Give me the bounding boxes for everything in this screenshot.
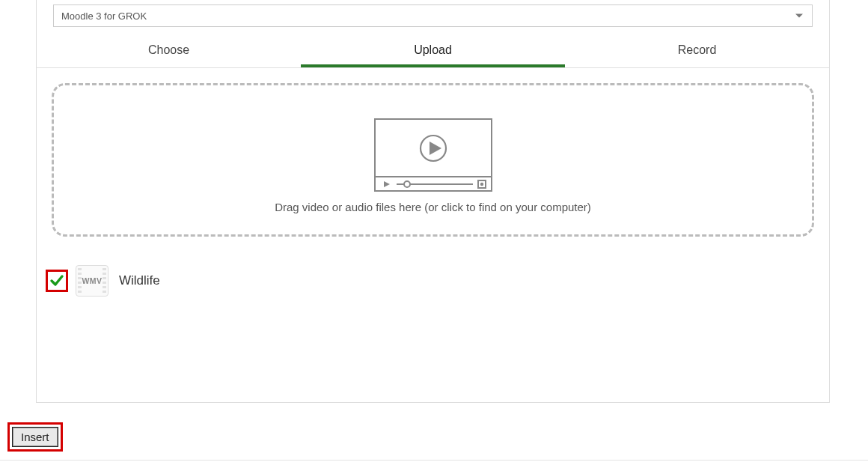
course-dropdown[interactable]: Moodle 3 for GROK: [53, 4, 813, 27]
tab-record[interactable]: Record: [565, 34, 829, 67]
svg-marker-3: [430, 142, 441, 155]
dropzone-hint: Drag video or audio files here (or click…: [275, 201, 591, 213]
tab-choose[interactable]: Choose: [37, 34, 301, 67]
file-name: Wildlife: [119, 273, 160, 288]
main-panel: Moodle 3 for GROK Choose Upload Record D…: [36, 0, 830, 403]
tabs: Choose Upload Record: [37, 34, 829, 68]
insert-button[interactable]: Insert: [13, 428, 58, 446]
tab-upload[interactable]: Upload: [301, 34, 565, 67]
footer-divider: [0, 460, 868, 461]
file-type-icon: WMV: [76, 265, 109, 297]
file-selected-checkbox[interactable]: [46, 270, 68, 292]
upload-dropzone[interactable]: Drag video or audio files here (or click…: [52, 83, 814, 237]
check-icon: [49, 273, 64, 288]
file-ext-label: WMV: [82, 276, 102, 285]
svg-point-8: [480, 183, 483, 186]
insert-button-highlight: Insert: [7, 422, 63, 452]
course-dropdown-value: Moodle 3 for GROK: [61, 10, 147, 22]
uploaded-file-row: WMV Wildlife: [46, 265, 829, 297]
svg-point-6: [404, 181, 410, 187]
chevron-down-icon: [795, 14, 803, 18]
svg-marker-4: [384, 181, 390, 187]
svg-rect-0: [375, 119, 492, 191]
video-player-icon: [374, 118, 492, 192]
